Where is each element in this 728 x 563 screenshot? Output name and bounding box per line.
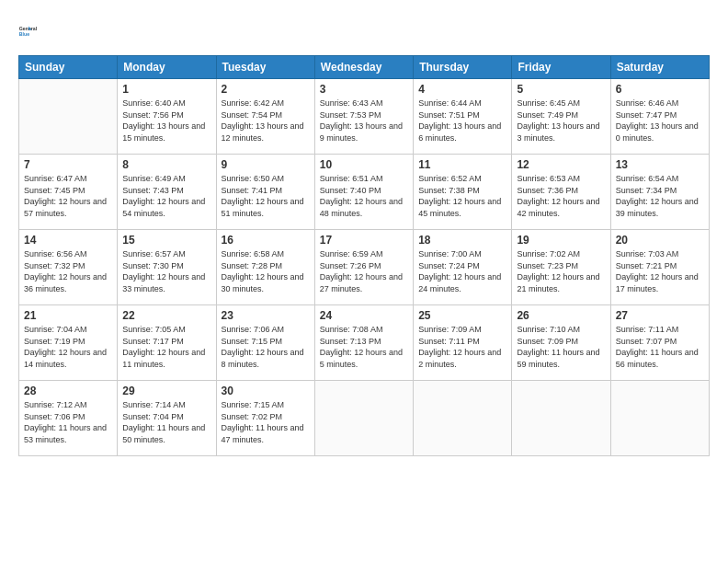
calendar-cell: 9 Sunrise: 6:50 AMSunset: 7:41 PMDayligh…	[216, 155, 314, 230]
day-number: 20	[616, 234, 704, 247]
day-number: 12	[517, 158, 605, 171]
day-info: Sunrise: 7:04 AMSunset: 7:19 PMDaylight:…	[24, 325, 107, 369]
day-info: Sunrise: 7:10 AMSunset: 7:09 PMDaylight:…	[517, 325, 599, 369]
day-info: Sunrise: 7:12 AMSunset: 7:06 PMDaylight:…	[24, 400, 107, 444]
week-row-2: 7 Sunrise: 6:47 AMSunset: 7:45 PMDayligh…	[19, 155, 710, 230]
calendar-cell: 21 Sunrise: 7:04 AMSunset: 7:19 PMDaylig…	[19, 305, 118, 381]
day-info: Sunrise: 6:52 AMSunset: 7:38 PMDaylight:…	[418, 174, 501, 218]
day-number: 8	[122, 158, 210, 171]
calendar-header-row: SundayMondayTuesdayWednesdayThursdayFrid…	[19, 56, 710, 79]
day-number: 18	[418, 234, 506, 247]
day-number: 17	[320, 234, 408, 247]
week-row-3: 14 Sunrise: 6:56 AMSunset: 7:32 PMDaylig…	[19, 230, 710, 305]
header: General Blue	[18, 17, 710, 46]
calendar-cell: 20 Sunrise: 7:03 AMSunset: 7:21 PMDaylig…	[610, 230, 709, 305]
calendar-cell: 8 Sunrise: 6:49 AMSunset: 7:43 PMDayligh…	[118, 155, 216, 230]
col-header-tuesday: Tuesday	[216, 56, 314, 79]
calendar-cell: 7 Sunrise: 6:47 AMSunset: 7:45 PMDayligh…	[19, 155, 118, 230]
calendar-cell: 29 Sunrise: 7:14 AMSunset: 7:04 PMDaylig…	[118, 381, 216, 456]
day-number: 15	[122, 234, 210, 247]
calendar-cell: 11 Sunrise: 6:52 AMSunset: 7:38 PMDaylig…	[414, 155, 512, 230]
day-info: Sunrise: 6:45 AMSunset: 7:49 PMDaylight:…	[517, 98, 599, 143]
calendar-cell: 15 Sunrise: 6:57 AMSunset: 7:30 PMDaylig…	[118, 230, 216, 305]
calendar-cell: 12 Sunrise: 6:53 AMSunset: 7:36 PMDaylig…	[512, 155, 610, 230]
day-info: Sunrise: 7:02 AMSunset: 7:23 PMDaylight:…	[517, 249, 599, 293]
day-info: Sunrise: 6:57 AMSunset: 7:30 PMDaylight:…	[122, 249, 205, 293]
col-header-sunday: Sunday	[19, 56, 118, 79]
calendar-cell	[610, 381, 709, 456]
day-info: Sunrise: 7:15 AMSunset: 7:02 PMDaylight:…	[222, 400, 304, 444]
calendar-cell: 18 Sunrise: 7:00 AMSunset: 7:24 PMDaylig…	[414, 230, 512, 305]
day-number: 24	[320, 309, 408, 322]
calendar-cell: 13 Sunrise: 6:54 AMSunset: 7:34 PMDaylig…	[610, 155, 709, 230]
calendar-cell: 24 Sunrise: 7:08 AMSunset: 7:13 PMDaylig…	[314, 305, 413, 381]
calendar-cell: 3 Sunrise: 6:43 AMSunset: 7:53 PMDayligh…	[314, 79, 413, 155]
day-info: Sunrise: 6:53 AMSunset: 7:36 PMDaylight:…	[517, 174, 599, 218]
day-info: Sunrise: 6:49 AMSunset: 7:43 PMDaylight:…	[122, 174, 205, 218]
calendar-cell: 17 Sunrise: 6:59 AMSunset: 7:26 PMDaylig…	[314, 230, 413, 305]
day-info: Sunrise: 7:09 AMSunset: 7:11 PMDaylight:…	[418, 325, 501, 369]
day-number: 19	[517, 234, 605, 247]
day-info: Sunrise: 6:44 AMSunset: 7:51 PMDaylight:…	[418, 98, 501, 143]
day-number: 26	[517, 309, 605, 322]
day-number: 10	[320, 158, 408, 171]
day-number: 16	[222, 234, 310, 247]
page: General Blue SundayMondayTuesdayWednesda…	[0, 0, 728, 563]
day-info: Sunrise: 6:46 AMSunset: 7:47 PMDaylight:…	[616, 98, 699, 143]
day-number: 28	[24, 385, 112, 397]
calendar-cell: 5 Sunrise: 6:45 AMSunset: 7:49 PMDayligh…	[512, 79, 610, 155]
week-row-5: 28 Sunrise: 7:12 AMSunset: 7:06 PMDaylig…	[19, 381, 710, 456]
day-info: Sunrise: 7:03 AMSunset: 7:21 PMDaylight:…	[616, 249, 699, 293]
day-number: 1	[122, 83, 210, 96]
day-number: 23	[222, 309, 310, 322]
calendar-cell: 23 Sunrise: 7:06 AMSunset: 7:15 PMDaylig…	[216, 305, 314, 381]
day-number: 21	[24, 309, 112, 322]
col-header-wednesday: Wednesday	[314, 56, 413, 79]
col-header-thursday: Thursday	[414, 56, 512, 79]
calendar-cell: 30 Sunrise: 7:15 AMSunset: 7:02 PMDaylig…	[216, 381, 314, 456]
day-number: 14	[24, 234, 112, 247]
day-info: Sunrise: 6:47 AMSunset: 7:45 PMDaylight:…	[24, 174, 107, 218]
calendar-cell: 28 Sunrise: 7:12 AMSunset: 7:06 PMDaylig…	[19, 381, 118, 456]
day-number: 7	[24, 158, 112, 171]
day-number: 29	[122, 385, 210, 397]
day-info: Sunrise: 7:14 AMSunset: 7:04 PMDaylight:…	[122, 400, 205, 444]
day-number: 2	[222, 83, 310, 96]
day-info: Sunrise: 6:58 AMSunset: 7:28 PMDaylight:…	[222, 249, 304, 293]
calendar-cell	[414, 381, 512, 456]
calendar-cell: 16 Sunrise: 6:58 AMSunset: 7:28 PMDaylig…	[216, 230, 314, 305]
day-number: 9	[222, 158, 310, 171]
day-info: Sunrise: 7:06 AMSunset: 7:15 PMDaylight:…	[222, 325, 304, 369]
col-header-monday: Monday	[118, 56, 216, 79]
calendar-cell: 10 Sunrise: 6:51 AMSunset: 7:40 PMDaylig…	[314, 155, 413, 230]
day-number: 25	[418, 309, 506, 322]
day-number: 3	[320, 83, 408, 96]
day-info: Sunrise: 6:43 AMSunset: 7:53 PMDaylight:…	[320, 98, 403, 143]
day-info: Sunrise: 7:05 AMSunset: 7:17 PMDaylight:…	[122, 325, 205, 369]
calendar-cell: 22 Sunrise: 7:05 AMSunset: 7:17 PMDaylig…	[118, 305, 216, 381]
day-number: 11	[418, 158, 506, 171]
calendar-cell: 1 Sunrise: 6:40 AMSunset: 7:56 PMDayligh…	[118, 79, 216, 155]
day-number: 22	[122, 309, 210, 322]
col-header-saturday: Saturday	[610, 56, 709, 79]
day-number: 4	[418, 83, 506, 96]
logo: General Blue	[18, 17, 48, 46]
day-info: Sunrise: 6:54 AMSunset: 7:34 PMDaylight:…	[616, 174, 699, 218]
day-number: 5	[517, 83, 605, 96]
calendar-cell: 4 Sunrise: 6:44 AMSunset: 7:51 PMDayligh…	[414, 79, 512, 155]
svg-text:General: General	[19, 26, 38, 31]
day-info: Sunrise: 6:50 AMSunset: 7:41 PMDaylight:…	[222, 174, 304, 218]
calendar-cell: 26 Sunrise: 7:10 AMSunset: 7:09 PMDaylig…	[512, 305, 610, 381]
calendar-cell: 2 Sunrise: 6:42 AMSunset: 7:54 PMDayligh…	[216, 79, 314, 155]
day-info: Sunrise: 7:00 AMSunset: 7:24 PMDaylight:…	[418, 249, 501, 293]
day-info: Sunrise: 6:42 AMSunset: 7:54 PMDaylight:…	[222, 98, 304, 143]
week-row-1: 1 Sunrise: 6:40 AMSunset: 7:56 PMDayligh…	[19, 79, 710, 155]
week-row-4: 21 Sunrise: 7:04 AMSunset: 7:19 PMDaylig…	[19, 305, 710, 381]
calendar: SundayMondayTuesdayWednesdayThursdayFrid…	[18, 55, 710, 456]
svg-text:Blue: Blue	[19, 31, 29, 37]
calendar-cell	[512, 381, 610, 456]
day-info: Sunrise: 6:56 AMSunset: 7:32 PMDaylight:…	[24, 249, 107, 293]
day-info: Sunrise: 6:40 AMSunset: 7:56 PMDaylight:…	[122, 98, 205, 143]
day-number: 27	[616, 309, 704, 322]
day-info: Sunrise: 6:59 AMSunset: 7:26 PMDaylight:…	[320, 249, 403, 293]
